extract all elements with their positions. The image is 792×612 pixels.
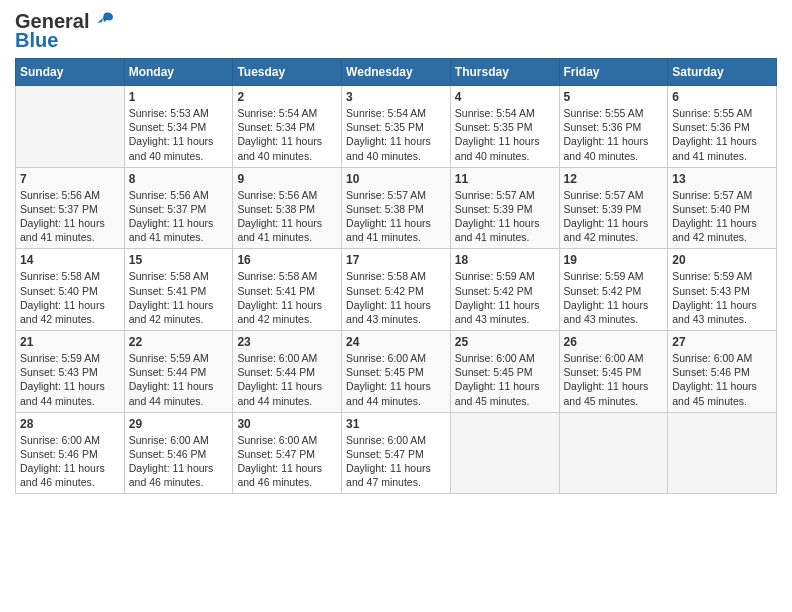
day-number: 30 bbox=[237, 417, 337, 431]
weekday-header-row: SundayMondayTuesdayWednesdayThursdayFrid… bbox=[16, 59, 777, 86]
day-info: Sunrise: 6:00 AMSunset: 5:44 PMDaylight:… bbox=[237, 351, 337, 408]
calendar-cell: 22Sunrise: 5:59 AMSunset: 5:44 PMDayligh… bbox=[124, 331, 233, 413]
day-number: 28 bbox=[20, 417, 120, 431]
day-number: 11 bbox=[455, 172, 555, 186]
day-info: Sunrise: 5:59 AMSunset: 5:42 PMDaylight:… bbox=[455, 269, 555, 326]
calendar-cell: 8Sunrise: 5:56 AMSunset: 5:37 PMDaylight… bbox=[124, 167, 233, 249]
calendar-week-4: 21Sunrise: 5:59 AMSunset: 5:43 PMDayligh… bbox=[16, 331, 777, 413]
weekday-header-saturday: Saturday bbox=[668, 59, 777, 86]
day-info: Sunrise: 5:53 AMSunset: 5:34 PMDaylight:… bbox=[129, 106, 229, 163]
day-number: 22 bbox=[129, 335, 229, 349]
weekday-header-sunday: Sunday bbox=[16, 59, 125, 86]
calendar-cell bbox=[450, 412, 559, 494]
calendar-cell: 14Sunrise: 5:58 AMSunset: 5:40 PMDayligh… bbox=[16, 249, 125, 331]
day-info: Sunrise: 5:57 AMSunset: 5:39 PMDaylight:… bbox=[455, 188, 555, 245]
logo-blue-text: Blue bbox=[15, 29, 58, 52]
day-number: 21 bbox=[20, 335, 120, 349]
day-info: Sunrise: 5:57 AMSunset: 5:38 PMDaylight:… bbox=[346, 188, 446, 245]
day-number: 14 bbox=[20, 253, 120, 267]
day-info: Sunrise: 5:56 AMSunset: 5:38 PMDaylight:… bbox=[237, 188, 337, 245]
calendar-cell: 30Sunrise: 6:00 AMSunset: 5:47 PMDayligh… bbox=[233, 412, 342, 494]
day-info: Sunrise: 6:00 AMSunset: 5:47 PMDaylight:… bbox=[346, 433, 446, 490]
calendar-cell: 16Sunrise: 5:58 AMSunset: 5:41 PMDayligh… bbox=[233, 249, 342, 331]
day-number: 12 bbox=[564, 172, 664, 186]
day-number: 8 bbox=[129, 172, 229, 186]
weekday-header-monday: Monday bbox=[124, 59, 233, 86]
day-number: 23 bbox=[237, 335, 337, 349]
day-info: Sunrise: 5:58 AMSunset: 5:40 PMDaylight:… bbox=[20, 269, 120, 326]
calendar-cell: 11Sunrise: 5:57 AMSunset: 5:39 PMDayligh… bbox=[450, 167, 559, 249]
calendar-cell: 1Sunrise: 5:53 AMSunset: 5:34 PMDaylight… bbox=[124, 86, 233, 168]
calendar-cell: 27Sunrise: 6:00 AMSunset: 5:46 PMDayligh… bbox=[668, 331, 777, 413]
day-info: Sunrise: 5:54 AMSunset: 5:35 PMDaylight:… bbox=[346, 106, 446, 163]
day-number: 17 bbox=[346, 253, 446, 267]
day-info: Sunrise: 5:58 AMSunset: 5:42 PMDaylight:… bbox=[346, 269, 446, 326]
calendar-cell: 28Sunrise: 6:00 AMSunset: 5:46 PMDayligh… bbox=[16, 412, 125, 494]
calendar-cell: 18Sunrise: 5:59 AMSunset: 5:42 PMDayligh… bbox=[450, 249, 559, 331]
day-info: Sunrise: 6:00 AMSunset: 5:46 PMDaylight:… bbox=[20, 433, 120, 490]
calendar-cell: 29Sunrise: 6:00 AMSunset: 5:46 PMDayligh… bbox=[124, 412, 233, 494]
day-number: 16 bbox=[237, 253, 337, 267]
calendar-cell bbox=[668, 412, 777, 494]
calendar-cell: 20Sunrise: 5:59 AMSunset: 5:43 PMDayligh… bbox=[668, 249, 777, 331]
day-info: Sunrise: 6:00 AMSunset: 5:45 PMDaylight:… bbox=[564, 351, 664, 408]
day-number: 4 bbox=[455, 90, 555, 104]
day-number: 25 bbox=[455, 335, 555, 349]
day-info: Sunrise: 5:57 AMSunset: 5:40 PMDaylight:… bbox=[672, 188, 772, 245]
calendar-cell: 6Sunrise: 5:55 AMSunset: 5:36 PMDaylight… bbox=[668, 86, 777, 168]
day-info: Sunrise: 5:54 AMSunset: 5:34 PMDaylight:… bbox=[237, 106, 337, 163]
calendar-cell: 23Sunrise: 6:00 AMSunset: 5:44 PMDayligh… bbox=[233, 331, 342, 413]
day-number: 26 bbox=[564, 335, 664, 349]
day-info: Sunrise: 5:57 AMSunset: 5:39 PMDaylight:… bbox=[564, 188, 664, 245]
day-info: Sunrise: 5:54 AMSunset: 5:35 PMDaylight:… bbox=[455, 106, 555, 163]
calendar-week-3: 14Sunrise: 5:58 AMSunset: 5:40 PMDayligh… bbox=[16, 249, 777, 331]
calendar-cell: 3Sunrise: 5:54 AMSunset: 5:35 PMDaylight… bbox=[342, 86, 451, 168]
day-number: 15 bbox=[129, 253, 229, 267]
weekday-header-thursday: Thursday bbox=[450, 59, 559, 86]
day-info: Sunrise: 6:00 AMSunset: 5:46 PMDaylight:… bbox=[672, 351, 772, 408]
calendar-cell: 4Sunrise: 5:54 AMSunset: 5:35 PMDaylight… bbox=[450, 86, 559, 168]
calendar-cell: 17Sunrise: 5:58 AMSunset: 5:42 PMDayligh… bbox=[342, 249, 451, 331]
calendar-cell: 10Sunrise: 5:57 AMSunset: 5:38 PMDayligh… bbox=[342, 167, 451, 249]
calendar-cell: 5Sunrise: 5:55 AMSunset: 5:36 PMDaylight… bbox=[559, 86, 668, 168]
day-info: Sunrise: 6:00 AMSunset: 5:47 PMDaylight:… bbox=[237, 433, 337, 490]
day-info: Sunrise: 5:55 AMSunset: 5:36 PMDaylight:… bbox=[564, 106, 664, 163]
day-number: 20 bbox=[672, 253, 772, 267]
day-info: Sunrise: 5:59 AMSunset: 5:43 PMDaylight:… bbox=[20, 351, 120, 408]
day-number: 19 bbox=[564, 253, 664, 267]
page-header: General Blue bbox=[15, 10, 777, 52]
day-info: Sunrise: 5:55 AMSunset: 5:36 PMDaylight:… bbox=[672, 106, 772, 163]
weekday-header-tuesday: Tuesday bbox=[233, 59, 342, 86]
day-number: 13 bbox=[672, 172, 772, 186]
calendar-cell: 2Sunrise: 5:54 AMSunset: 5:34 PMDaylight… bbox=[233, 86, 342, 168]
day-number: 10 bbox=[346, 172, 446, 186]
day-info: Sunrise: 6:00 AMSunset: 5:45 PMDaylight:… bbox=[346, 351, 446, 408]
day-info: Sunrise: 5:59 AMSunset: 5:43 PMDaylight:… bbox=[672, 269, 772, 326]
day-number: 31 bbox=[346, 417, 446, 431]
day-info: Sunrise: 5:58 AMSunset: 5:41 PMDaylight:… bbox=[129, 269, 229, 326]
day-number: 1 bbox=[129, 90, 229, 104]
day-info: Sunrise: 5:58 AMSunset: 5:41 PMDaylight:… bbox=[237, 269, 337, 326]
day-number: 3 bbox=[346, 90, 446, 104]
day-info: Sunrise: 6:00 AMSunset: 5:45 PMDaylight:… bbox=[455, 351, 555, 408]
day-info: Sunrise: 5:59 AMSunset: 5:44 PMDaylight:… bbox=[129, 351, 229, 408]
calendar-cell bbox=[16, 86, 125, 168]
calendar-cell: 19Sunrise: 5:59 AMSunset: 5:42 PMDayligh… bbox=[559, 249, 668, 331]
calendar-cell: 15Sunrise: 5:58 AMSunset: 5:41 PMDayligh… bbox=[124, 249, 233, 331]
weekday-header-friday: Friday bbox=[559, 59, 668, 86]
day-number: 18 bbox=[455, 253, 555, 267]
calendar-table: SundayMondayTuesdayWednesdayThursdayFrid… bbox=[15, 58, 777, 494]
calendar-cell bbox=[559, 412, 668, 494]
logo-bird-icon bbox=[93, 10, 115, 32]
calendar-week-2: 7Sunrise: 5:56 AMSunset: 5:37 PMDaylight… bbox=[16, 167, 777, 249]
day-info: Sunrise: 5:59 AMSunset: 5:42 PMDaylight:… bbox=[564, 269, 664, 326]
day-number: 2 bbox=[237, 90, 337, 104]
logo: General Blue bbox=[15, 10, 115, 52]
calendar-cell: 13Sunrise: 5:57 AMSunset: 5:40 PMDayligh… bbox=[668, 167, 777, 249]
day-info: Sunrise: 6:00 AMSunset: 5:46 PMDaylight:… bbox=[129, 433, 229, 490]
day-number: 6 bbox=[672, 90, 772, 104]
calendar-cell: 31Sunrise: 6:00 AMSunset: 5:47 PMDayligh… bbox=[342, 412, 451, 494]
day-number: 9 bbox=[237, 172, 337, 186]
day-number: 27 bbox=[672, 335, 772, 349]
calendar-cell: 25Sunrise: 6:00 AMSunset: 5:45 PMDayligh… bbox=[450, 331, 559, 413]
